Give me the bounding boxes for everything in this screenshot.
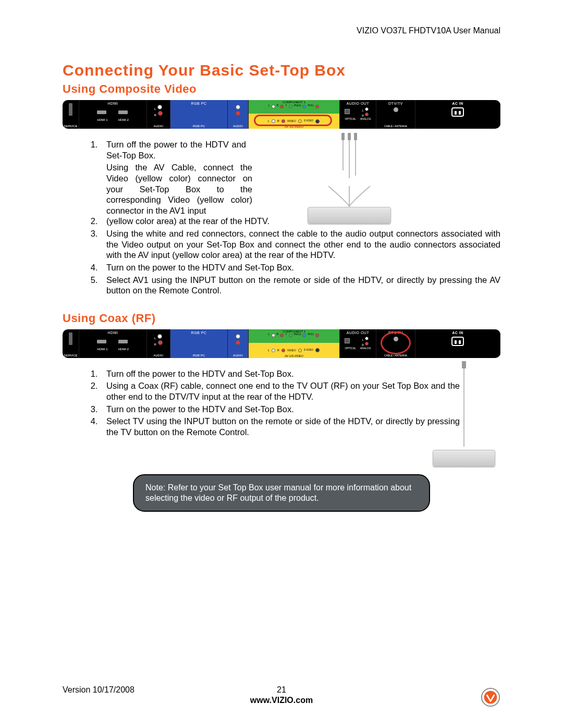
- rear-panel-diagram-coax: SERVICE HDMI HDMI 1 HDMI 2 L R AUDIO RGB…: [63, 329, 500, 358]
- audio-jack-icon: [365, 337, 369, 340]
- audio-jack-icon: [157, 105, 162, 109]
- label-acin: AC IN: [452, 102, 463, 105]
- component-jack-icon: [302, 105, 306, 108]
- list-item: Turn off the power to the HDTV and Set-T…: [100, 368, 460, 379]
- footer-url: www.VIZIO.com: [63, 696, 500, 705]
- hdmi-port-icon: [97, 110, 106, 114]
- rear-panel-diagram-composite: SERVICE HDMI HDMI 1 HDMI 2 L R AUDIO RGB…: [63, 100, 500, 129]
- audio-jack-icon: [158, 340, 163, 345]
- settop-box-icon: [433, 450, 495, 466]
- list-item: Using the white and red connectors, conn…: [100, 228, 500, 261]
- audio-jack-icon: [365, 342, 369, 346]
- audio-jack-icon: [282, 349, 285, 352]
- page-footer: Version 10/17/2008 21 www.VIZIO.com: [63, 685, 500, 705]
- highlight-circle-icon: [381, 331, 411, 354]
- vga-port-icon: [192, 337, 206, 343]
- footer-page-number: 21: [277, 685, 286, 694]
- ac-inlet-icon: [451, 337, 464, 346]
- label-optical: OPTICAL: [345, 117, 356, 120]
- hdmi-port-icon: [97, 340, 106, 343]
- coax-cable-icon: [463, 363, 464, 447]
- section-title-coax: Using Coax (RF): [63, 312, 500, 325]
- optical-port-icon: [345, 109, 350, 114]
- audio-jack-icon: [158, 111, 163, 116]
- label-pb: Pb/Cb: [294, 104, 301, 109]
- cable-fan-icon: [308, 186, 391, 207]
- label-r: R: [154, 114, 156, 117]
- coax-port-icon: [394, 107, 398, 112]
- label-rgbpc2: RGB PC: [193, 125, 205, 128]
- highlight-circle-icon: [254, 115, 332, 126]
- label-dtv: DTV/TV: [388, 102, 403, 105]
- service-port-icon: [69, 332, 72, 345]
- audio-jack-icon: [157, 334, 162, 339]
- label-hdmi2: HDMI 2: [118, 118, 129, 121]
- label-rgbpc: RGB PC: [191, 102, 207, 105]
- list-item: Using the AV Cable, connect the Video (y…: [100, 162, 500, 227]
- list-item: Turn on the power to the HDTV and Set-To…: [100, 262, 500, 273]
- audio-jack-icon: [236, 334, 240, 339]
- coax-steps-block: Turn off the power to the HDTV and Set-T…: [63, 368, 500, 438]
- label-analog: ANALOG: [360, 117, 371, 120]
- footer-version: Version 10/17/2008: [63, 685, 134, 695]
- component-jack-icon: [315, 105, 319, 108]
- composite-steps-block: Turn off the power to the HDTV and Set-T…: [63, 139, 500, 296]
- audio-jack-icon: [280, 334, 284, 337]
- audio-jack-icon: [272, 334, 275, 337]
- video-jack-icon: [298, 349, 302, 352]
- settop-box-icon: [308, 207, 391, 224]
- hdmi-port-icon: [118, 110, 128, 114]
- label-hdmi: HDMI: [108, 102, 118, 105]
- label-pr: Pr/Cr: [308, 104, 314, 109]
- list-item: Select TV using the INPUT button on the …: [100, 416, 460, 437]
- label-audioout: AUDIO OUT: [347, 102, 369, 105]
- coax-cable-illustration: [433, 363, 495, 466]
- page-title: Connecting Your Basic Set-Top Box: [63, 61, 500, 79]
- audio-jack-icon: [272, 349, 275, 352]
- audio-jack-icon: [280, 105, 284, 108]
- vizio-logo-icon: [481, 687, 500, 707]
- audio-jack-icon: [236, 111, 240, 116]
- composite-steps-list: Turn off the power to the HDTV and Set-T…: [100, 139, 500, 296]
- svideo-jack-icon: [315, 348, 320, 352]
- vga-port-icon: [192, 108, 206, 114]
- list-item: Using a Coax (RF) cable, connect one end…: [100, 380, 460, 402]
- section-title-composite: Using Composite Video: [63, 82, 500, 96]
- note-box: Note: Refer to your Set Top Box user man…: [133, 474, 430, 512]
- component-jack-icon: [289, 105, 292, 108]
- coax-steps-list: Turn off the power to the HDTV and Set-T…: [100, 368, 460, 438]
- settop-cable-illustration: [302, 134, 396, 224]
- component-jack-icon: [315, 334, 319, 337]
- component-jack-icon: [289, 334, 292, 337]
- hdmi-port-icon: [118, 340, 128, 343]
- label-audio2: AUDIO: [233, 125, 243, 128]
- doc-header: VIZIO VO37L FHDTV10A User Manual: [63, 26, 500, 35]
- label-y: Y: [285, 104, 287, 109]
- audio-jack-icon: [236, 105, 240, 109]
- label-service: SERVICE: [64, 125, 77, 128]
- audio-jack-icon: [365, 107, 369, 111]
- audio-jack-icon: [272, 105, 275, 108]
- audio-jack-icon: [365, 113, 369, 116]
- optical-port-icon: [345, 338, 350, 343]
- ac-inlet-icon: [451, 107, 464, 117]
- label-audio: AUDIO: [153, 125, 163, 128]
- label-cable: CABLE / ANTENNA: [384, 125, 407, 128]
- label-hdmi1: HDMI 1: [97, 118, 107, 121]
- audio-jack-icon: [236, 340, 240, 345]
- list-item: Select AV1 using the INPUT button on the…: [100, 275, 500, 296]
- service-port-icon: [69, 103, 72, 116]
- list-item: Turn on the power to the HDTV and Set-To…: [100, 404, 460, 415]
- list-item: Turn off the power to the HDTV and Set-T…: [100, 139, 246, 161]
- component-jack-icon: [302, 334, 306, 337]
